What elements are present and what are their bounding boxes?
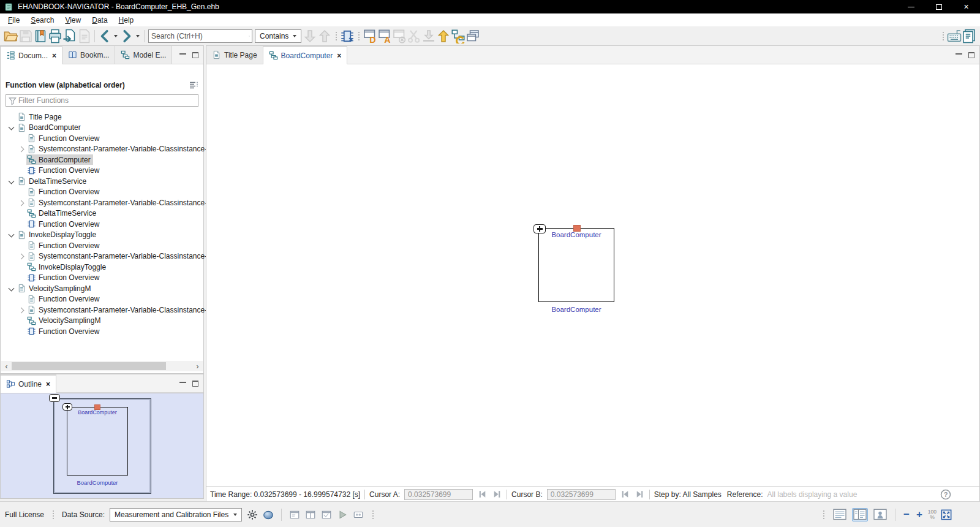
step-forward-icon[interactable] bbox=[492, 489, 502, 499]
close-icon[interactable]: × bbox=[337, 51, 341, 60]
panel-minimize-icon[interactable] bbox=[179, 53, 186, 55]
step-forward-icon[interactable] bbox=[635, 489, 645, 499]
filter-functions-input[interactable] bbox=[18, 96, 198, 105]
start-visualization-icon[interactable] bbox=[337, 509, 348, 520]
panel-maximize-icon[interactable] bbox=[968, 52, 974, 58]
zoom-out-icon[interactable]: − bbox=[902, 509, 911, 520]
presentation-view-icon[interactable] bbox=[872, 508, 888, 521]
show-labels-icon[interactable]: A bbox=[377, 29, 392, 44]
tree-item[interactable]: DeltaTimeService bbox=[1, 208, 203, 219]
step-back-icon[interactable] bbox=[477, 489, 488, 499]
tree-item[interactable]: VelocitySamplingM bbox=[1, 283, 203, 294]
contains-dropdown[interactable]: Contains bbox=[255, 29, 301, 43]
tree-item[interactable]: Function Overview bbox=[1, 326, 203, 337]
panel-minimize-icon[interactable] bbox=[956, 53, 962, 55]
close-icon[interactable]: × bbox=[52, 51, 56, 60]
step-back-icon[interactable] bbox=[620, 489, 630, 499]
tree-item[interactable]: Systemconstant-Parameter-Variable-Classi… bbox=[1, 144, 203, 155]
help-icon[interactable]: ? bbox=[940, 489, 951, 500]
tree-item[interactable]: InvokeDisplayToggle bbox=[1, 230, 203, 241]
data-source-dropdown[interactable]: Measurement and Calibration Files bbox=[110, 508, 242, 521]
tab-documents[interactable]: Docum... × bbox=[1, 46, 62, 64]
zoom-level-icon[interactable]: 100% bbox=[928, 509, 937, 520]
outline-thumbnail[interactable]: BoardComputer BoardComputer bbox=[1, 393, 203, 498]
export-icon[interactable] bbox=[62, 29, 77, 44]
tab-title-page[interactable]: Title Page bbox=[206, 46, 263, 64]
tab-bookmarks[interactable]: Bookm... bbox=[62, 46, 115, 64]
experiment-window-icon[interactable] bbox=[321, 509, 332, 520]
chevron-right-icon[interactable] bbox=[17, 305, 26, 315]
panel-minimize-icon[interactable] bbox=[179, 381, 186, 383]
handbook-icon[interactable] bbox=[33, 29, 48, 44]
chevron-right-icon[interactable] bbox=[17, 198, 26, 208]
print-icon[interactable] bbox=[48, 29, 62, 44]
refresh-model-icon[interactable] bbox=[451, 29, 466, 44]
tab-model-explorer[interactable]: Model E... bbox=[115, 46, 172, 64]
tree-item[interactable]: Systemconstant-Parameter-Variable-Classi… bbox=[1, 251, 203, 262]
tree-item[interactable]: Function Overview bbox=[1, 240, 203, 251]
open-folder-icon[interactable] bbox=[4, 29, 18, 44]
collapse-minus-icon[interactable] bbox=[49, 394, 60, 402]
export-labels-icon[interactable] bbox=[436, 29, 451, 44]
navigate-back-icon[interactable] bbox=[97, 29, 112, 44]
chevron-right-icon[interactable] bbox=[17, 251, 26, 261]
scroll-left-icon[interactable]: ‹ bbox=[1, 362, 12, 371]
navigate-back-dropdown-icon[interactable] bbox=[112, 29, 119, 44]
panel-maximize-icon[interactable] bbox=[192, 52, 198, 58]
outline-function-box[interactable]: BoardComputer bbox=[67, 407, 128, 476]
tree-item[interactable]: Systemconstant-Parameter-Variable-Classi… bbox=[1, 197, 203, 208]
cursor-a-field[interactable] bbox=[404, 489, 473, 500]
tree-item[interactable]: BoardComputer bbox=[1, 154, 203, 165]
tree-item[interactable]: Function Overview bbox=[1, 273, 203, 284]
menu-help[interactable]: Help bbox=[113, 15, 140, 26]
tab-boardcomputer[interactable]: BoardComputer × bbox=[263, 46, 348, 64]
keyboard-shortcuts-icon[interactable] bbox=[947, 29, 962, 44]
tree-item[interactable]: Function Overview bbox=[1, 133, 203, 144]
single-view-icon[interactable] bbox=[832, 508, 848, 521]
search-box[interactable] bbox=[148, 29, 252, 43]
minimize-button[interactable] bbox=[897, 0, 925, 13]
close-icon[interactable]: × bbox=[46, 380, 50, 389]
horizontal-scrollbar[interactable]: ‹ › bbox=[1, 361, 203, 371]
help-book-icon[interactable] bbox=[962, 29, 976, 44]
show-data-icon[interactable]: D bbox=[363, 29, 377, 44]
chevron-right-icon[interactable] bbox=[17, 144, 26, 154]
diagram-canvas[interactable]: BoardComputer BoardComputer bbox=[206, 64, 979, 486]
tab-outline[interactable]: Outline × bbox=[1, 374, 56, 393]
data-sphere-icon[interactable] bbox=[263, 509, 274, 520]
function-box-boardcomputer[interactable]: BoardComputer BoardComputer bbox=[538, 228, 614, 302]
measure-window-icon[interactable] bbox=[289, 509, 300, 520]
tree-item[interactable]: Systemconstant-Parameter-Variable-Classi… bbox=[1, 305, 203, 316]
gear-icon[interactable] bbox=[247, 509, 258, 520]
menu-view[interactable]: View bbox=[59, 15, 86, 26]
scrollbar-thumb[interactable] bbox=[12, 362, 166, 370]
tree-item[interactable]: Function Overview bbox=[1, 165, 203, 176]
maximize-button[interactable] bbox=[925, 0, 952, 13]
menu-search[interactable]: Search bbox=[25, 15, 59, 26]
tree-item[interactable]: BoardComputer bbox=[1, 123, 203, 134]
navigate-forward-icon[interactable] bbox=[119, 29, 134, 44]
tree-item[interactable]: Function Overview bbox=[1, 294, 203, 305]
cascade-windows-icon[interactable] bbox=[466, 29, 480, 44]
close-button[interactable]: × bbox=[952, 0, 980, 13]
tree-item[interactable]: DeltaTimeService bbox=[1, 176, 203, 187]
chevron-down-icon[interactable] bbox=[7, 176, 17, 186]
fit-screen-icon[interactable] bbox=[941, 509, 952, 520]
split-view-icon[interactable] bbox=[852, 508, 868, 521]
tree-item[interactable]: VelocitySamplingM bbox=[1, 316, 203, 327]
calibrate-window-icon[interactable] bbox=[305, 509, 316, 520]
tree-item[interactable]: Function Overview bbox=[1, 219, 203, 230]
menu-file[interactable]: File bbox=[2, 15, 25, 26]
tree-item[interactable]: Title Page bbox=[1, 112, 203, 123]
expand-plus-icon[interactable] bbox=[62, 403, 72, 411]
chevron-down-icon[interactable] bbox=[7, 230, 17, 240]
scroll-right-icon[interactable]: › bbox=[192, 362, 203, 371]
navigate-forward-dropdown-icon[interactable] bbox=[134, 29, 141, 44]
panel-maximize-icon[interactable] bbox=[192, 381, 198, 387]
menu-data[interactable]: Data bbox=[86, 15, 113, 26]
search-input[interactable] bbox=[149, 32, 249, 40]
recorder-icon[interactable] bbox=[353, 509, 364, 520]
cursor-b-field[interactable] bbox=[547, 489, 616, 500]
tree-item[interactable]: InvokeDisplayToggle bbox=[1, 262, 203, 273]
zoom-in-icon[interactable]: + bbox=[915, 509, 924, 520]
